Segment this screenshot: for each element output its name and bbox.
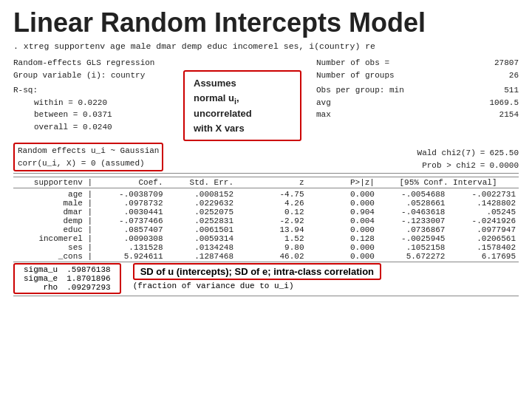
cell-pz: 0.904 (307, 208, 378, 216)
callout-line1: Assumes (194, 78, 236, 89)
cell-ci-lo: .1052158 (378, 243, 448, 252)
cell-ci-hi: .1578402 (448, 243, 519, 252)
nobs-line: Number of obs = 27807 (316, 57, 519, 69)
sigma-var: sigma_e (19, 274, 62, 283)
cell-var: dmar | (13, 208, 95, 216)
cell-ci-lo: -.0054688 (378, 190, 448, 199)
cell-se: .0061501 (166, 225, 236, 234)
obsgroup-max-line: max 2154 (316, 109, 519, 121)
rho-note: (fraction of variance due to u_i) (133, 282, 381, 290)
callout-sub: i (234, 96, 236, 105)
cell-pz: 0.000 (307, 225, 378, 234)
page: Linear Random Intercepts Model . xtreg s… (0, 0, 532, 399)
cell-coef: .0978732 (95, 199, 166, 208)
sigma-callout-area: SD of u (intercepts); SD of e; intra-cla… (133, 263, 381, 290)
within-rsq: within = 0.0220 (34, 97, 176, 109)
col-ci: [95% Conf. Interval] (378, 177, 519, 188)
col-se: Std. Err. (166, 177, 236, 188)
table-body: age | -.0038709 .0008152 -4.75 0.000 -.0… (13, 188, 519, 261)
table-row: ses | .131528 .0134248 9.80 0.000 .10521… (13, 243, 519, 252)
cell-var: ses | (13, 243, 95, 252)
table-row: demp | -.0737466 .0252831 -2.92 0.004 -.… (13, 216, 519, 225)
col-depvar: supportenv | (13, 177, 95, 188)
table-top-sep (13, 173, 519, 174)
cell-coef: .0090308 (95, 234, 166, 243)
cell-se: .0059314 (166, 234, 236, 243)
callout-line2: normal ui, (194, 92, 239, 103)
cell-z: -4.75 (236, 190, 307, 199)
sigma-box: sigma_u .59876138 sigma_e 1.8701896 rho … (13, 263, 121, 294)
cell-pz: 0.000 (307, 252, 378, 261)
sigma-var: rho (19, 283, 62, 292)
cell-ci-hi: -.0241926 (448, 216, 519, 225)
left-stats-block: Random-effects GLS regression Group vari… (13, 57, 176, 133)
cell-ci-lo: .0736867 (378, 225, 448, 234)
col-coef: Coef. (95, 177, 166, 188)
cell-ci-lo: 5.672272 (378, 252, 448, 261)
cell-coef: .0857407 (95, 225, 166, 234)
cell-pz: 0.000 (307, 243, 378, 252)
callout-line4: with X vars (194, 123, 245, 134)
cell-pz: 0.000 (307, 199, 378, 208)
sigma-row: rho .09297293 (19, 283, 115, 292)
table-row: age | -.0038709 .0008152 -4.75 0.000 -.0… (13, 190, 519, 199)
cell-pz: 0.004 (307, 216, 378, 225)
cell-z: 4.26 (236, 199, 307, 208)
right-stats-block: Number of obs = 27807 Number of groups 2… (316, 57, 519, 121)
sigma-val: .09297293 (62, 283, 115, 292)
wald-stats: Wald chi2(7) = 625.50 Prob > chi2 = 0.00… (417, 147, 519, 171)
cell-ci-hi: .0977947 (448, 225, 519, 234)
col-z: z (236, 177, 307, 188)
ngroups-line: Number of groups 26 (316, 69, 519, 82)
sigma-val: .59876138 (62, 265, 115, 274)
col-pz: P>|z| (307, 177, 378, 188)
cell-var: _cons | (13, 252, 95, 261)
cell-z: 0.12 (236, 208, 307, 216)
table-header-row: supportenv | Coef. Std. Err. z P>|z| [95… (13, 177, 519, 188)
re-line2: corr(u_i, X) = 0 (assumed) (18, 157, 159, 170)
cell-z: 9.80 (236, 243, 307, 252)
random-effects-box: Random effects u_i ~ Gaussian corr(u_i, … (13, 143, 163, 171)
sigma-callout: SD of u (intercepts); SD of e; intra-cla… (133, 263, 381, 280)
group-variable: Group variable (i): country (13, 69, 176, 82)
cell-ci-hi: .0206561 (448, 234, 519, 243)
cell-var: age | (13, 190, 95, 199)
cell-se: .0252075 (166, 208, 236, 216)
cell-ci-lo: -.0463618 (378, 208, 448, 216)
table-row: dmar | .0030441 .0252075 0.12 0.904 -.04… (13, 208, 519, 216)
cell-var: incomerel | (13, 234, 95, 243)
cell-se: .0008152 (166, 190, 236, 199)
callout-box: Assumes normal ui, uncorrelated with X v… (183, 70, 301, 141)
cell-z: 46.02 (236, 252, 307, 261)
cell-se: .0252831 (166, 216, 236, 225)
cell-coef: 5.924611 (95, 252, 166, 261)
cell-var: demp | (13, 216, 95, 225)
sigma-body: sigma_u .59876138 sigma_e 1.8701896 rho … (19, 265, 115, 292)
cell-se: .0229632 (166, 199, 236, 208)
sigma-top-sep (13, 262, 519, 262)
cell-se: .1287468 (166, 252, 236, 261)
bottom-sep (13, 296, 519, 296)
re-line1: Random effects u_i ~ Gaussian (18, 145, 159, 157)
cell-coef: -.0038709 (95, 190, 166, 199)
cell-ci-hi: -.0022731 (448, 190, 519, 199)
table-row: male | .0978732 .0229632 4.26 0.000 .052… (13, 199, 519, 208)
cell-ci-hi: .1428802 (448, 199, 519, 208)
cell-pz: 0.000 (307, 190, 378, 199)
callout-line3: uncorrelated (194, 108, 252, 119)
wald-prob-line: Prob > chi2 = 0.0000 (417, 160, 519, 172)
cell-ci-lo: -.0025945 (378, 234, 448, 243)
cell-coef: .131528 (95, 243, 166, 252)
between-rsq: between = 0.0371 (34, 109, 176, 121)
cell-ci-lo: -.1233007 (378, 216, 448, 225)
table-row: incomerel | .0090308 .0059314 1.52 0.128… (13, 234, 519, 243)
gls-label: Random-effects GLS regression (13, 57, 176, 69)
page-title: Linear Random Intercepts Model (13, 7, 519, 38)
rsq-label: R-sq: (13, 86, 38, 95)
cell-ci-lo: .0528661 (378, 199, 448, 208)
obsgroup-lines: Obs per group: min 511 avg 1069.5 max 21… (316, 84, 519, 121)
wald-chi2-line: Wald chi2(7) = 625.50 (417, 147, 519, 160)
overall-rsq: overall = 0.0240 (34, 121, 176, 134)
sigma-row: sigma_u .59876138 (19, 265, 115, 274)
cell-coef: -.0737466 (95, 216, 166, 225)
